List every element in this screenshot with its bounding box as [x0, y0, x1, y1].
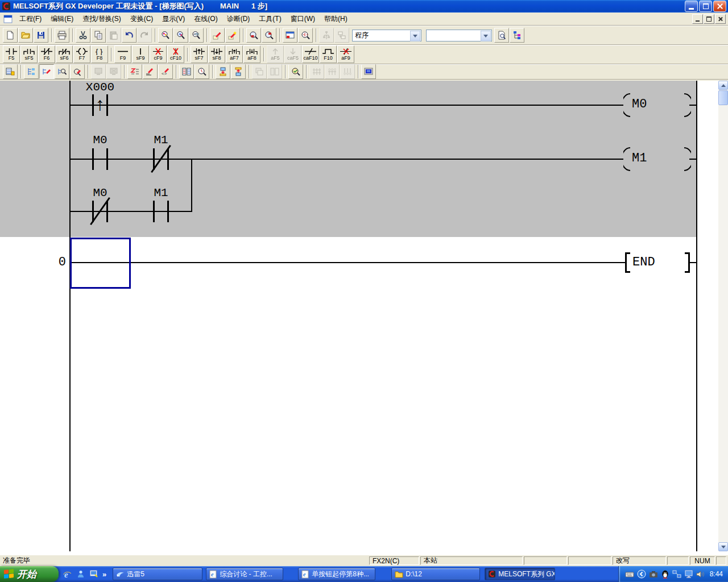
menu-find-replace[interactable]: 查找/替换(S)	[78, 13, 125, 26]
save-project-button[interactable]	[34, 28, 48, 43]
copy-button[interactable]	[91, 28, 106, 43]
zoom-destination-button[interactable]	[262, 28, 276, 43]
quick-launch-overflow-chevron[interactable]	[102, 570, 106, 579]
rising-edge-contact[interactable]	[85, 94, 115, 116]
vertical-line-sf9-button[interactable]: sF9	[132, 45, 149, 63]
cut-button[interactable]	[76, 28, 90, 43]
line-delete-af9-button[interactable]: aF9	[337, 45, 354, 63]
print-button[interactable]	[55, 28, 69, 43]
restore-button[interactable]	[699, 1, 712, 12]
line-draw-f10-button[interactable]: F10	[320, 45, 337, 63]
device-timer-check-button[interactable]	[195, 64, 209, 79]
program-type-combobox[interactable]: 程序	[352, 30, 421, 41]
menu-view[interactable]: 显示(V)	[158, 13, 189, 26]
replace-string-button[interactable]	[225, 28, 240, 43]
show-desktop-icon[interactable]	[89, 569, 98, 579]
parameter-tree-button[interactable]	[510, 28, 524, 43]
device-combobox[interactable]	[426, 30, 492, 41]
statement-edit-button[interactable]	[143, 64, 158, 79]
closed-contact[interactable]	[146, 148, 176, 170]
menu-window[interactable]: 窗口(W)	[286, 13, 320, 26]
scroll-down-button[interactable]	[718, 542, 728, 551]
monitor-write-mode-button[interactable]	[70, 64, 85, 79]
minimize-button[interactable]	[685, 1, 698, 12]
vertical-scrollbar[interactable]	[718, 81, 728, 551]
falling-pulse-sf8-button[interactable]: sF8	[208, 45, 225, 63]
close-button[interactable]	[713, 1, 726, 12]
open-contact[interactable]	[85, 148, 115, 170]
coil-device-label[interactable]: M0	[632, 97, 647, 112]
network-tray-icon[interactable]	[672, 570, 681, 579]
mdi-restore-button[interactable]	[704, 14, 714, 24]
open-project-button[interactable]	[18, 28, 33, 43]
window-split-button[interactable]	[283, 28, 297, 43]
closed-contact-f6-button[interactable]: F6	[38, 45, 55, 63]
open-contact[interactable]	[146, 201, 176, 222]
parallel-open-contact-sf5-button[interactable]: sF5	[20, 45, 38, 63]
taskbar-task-folder[interactable]: D:\12	[391, 568, 480, 580]
menu-project[interactable]: 工程(F)	[15, 13, 46, 26]
menu-online[interactable]: 在线(O)	[189, 13, 222, 26]
find-device-button[interactable]	[173, 28, 188, 43]
scroll-up-button[interactable]	[718, 81, 728, 90]
taskbar-task-article[interactable]: e 单按钮起停第8种...	[298, 568, 375, 580]
replace-device-button[interactable]	[210, 28, 225, 43]
qq-messenger-tray-icon[interactable]	[661, 569, 669, 579]
find-string-button[interactable]: ABC	[189, 28, 204, 43]
write-mode-button[interactable]	[39, 64, 54, 79]
menu-tools[interactable]: 工具(T)	[254, 13, 286, 26]
project-data-list-button[interactable]	[494, 28, 509, 43]
parallel-closed-contact-sf6-button[interactable]: sF6	[56, 45, 73, 63]
collapse-tray-chevron-icon[interactable]	[637, 569, 646, 579]
application-instruction-f8-button[interactable]: { }F8	[91, 45, 108, 63]
mdi-document-icon[interactable]	[3, 15, 13, 23]
taskbar-task-gx-developer[interactable]: MELSOFT系列 GX D...	[485, 568, 555, 580]
scrollbar-thumb[interactable]	[718, 90, 728, 105]
messenger-icon[interactable]	[76, 569, 85, 579]
end-instruction-label[interactable]: END	[632, 255, 655, 270]
read-mode-button[interactable]	[55, 64, 69, 79]
entry-monitor-button[interactable]	[361, 64, 376, 79]
find-button[interactable]	[158, 28, 173, 43]
zoom-source-button[interactable]	[246, 28, 261, 43]
rising-pulse-sf7-button[interactable]: sF7	[191, 45, 208, 63]
display-settings-tray-icon[interactable]	[684, 570, 693, 579]
ladder-tree-button[interactable]	[24, 64, 39, 79]
ladder-edit-area[interactable]: X000 M0 M0 M1 M1 M0	[0, 81, 728, 555]
new-project-button[interactable]	[3, 28, 18, 43]
ladder-edit-cursor[interactable]	[70, 238, 131, 289]
parallel-falling-pulse-af8-button[interactable]: aF8	[243, 45, 260, 63]
open-contact-f5-button[interactable]: F5	[3, 45, 20, 63]
taskbar-task-thunder[interactable]: 迅雷5	[113, 568, 202, 580]
mdi-minimize-button[interactable]	[692, 14, 703, 24]
volume-tray-icon[interactable]	[696, 570, 705, 579]
note-edit-button[interactable]: <>	[158, 64, 173, 79]
find-circuit-button[interactable]	[298, 28, 313, 43]
keyboard-layout-icon[interactable]	[625, 570, 634, 579]
program-read-button[interactable]	[3, 64, 18, 79]
coil-device-label[interactable]: M1	[632, 151, 647, 166]
parallel-rising-pulse-af7-button[interactable]: aF7	[226, 45, 243, 63]
delete-vertical-line-cf10-button[interactable]: cF10	[167, 45, 184, 63]
combo-dropdown-button[interactable]	[410, 31, 420, 41]
horizontal-line-f9-button[interactable]: F9	[114, 45, 131, 63]
undo-button[interactable]	[122, 28, 136, 43]
combo-dropdown-button[interactable]	[481, 31, 491, 41]
closed-contact[interactable]	[85, 201, 115, 222]
device-comment-button[interactable]	[127, 64, 142, 79]
start-button[interactable]: 开始	[0, 566, 59, 582]
internet-explorer-icon[interactable]: e	[63, 569, 72, 579]
program-check-button[interactable]	[288, 64, 303, 79]
menu-convert[interactable]: 变换(C)	[126, 13, 158, 26]
read-from-plc-button[interactable]	[231, 64, 246, 79]
menu-help[interactable]: 帮助(H)	[320, 13, 352, 26]
invert-operation-caf10-button[interactable]: caF10	[302, 45, 319, 63]
taskbar-task-forum[interactable]: e 综合讨论 - 工控...	[206, 568, 283, 580]
menu-edit[interactable]: 编辑(E)	[46, 13, 78, 26]
mdi-close-button[interactable]	[715, 14, 726, 24]
device-memory-button[interactable]	[179, 64, 194, 79]
delete-horizontal-line-cf9-button[interactable]: cF9	[150, 45, 167, 63]
menu-diagnostics[interactable]: 诊断(D)	[222, 13, 255, 26]
camera-tray-icon[interactable]	[649, 570, 658, 579]
coil-f7-button[interactable]: F7	[73, 45, 90, 63]
